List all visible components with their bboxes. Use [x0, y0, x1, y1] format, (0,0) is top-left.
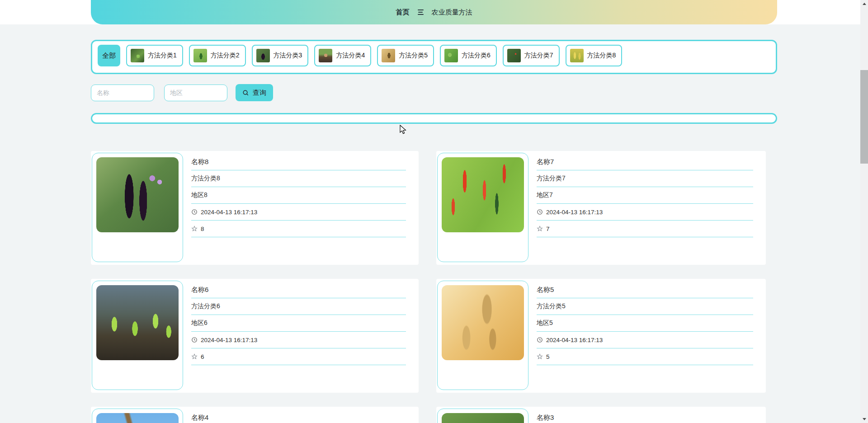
method-name-row: 名称7 — [537, 154, 753, 170]
scroll-down-icon[interactable] — [860, 415, 868, 423]
method-name: 名称3 — [537, 414, 554, 422]
nav-item-home[interactable]: 首页 — [396, 8, 410, 17]
category-tab[interactable]: 方法分类4 — [314, 45, 371, 66]
method-category-row: 方法分类7 — [537, 170, 753, 187]
method-photo — [442, 285, 524, 360]
category-thumbnail-image — [256, 49, 270, 62]
category-tab-label: 方法分类1 — [148, 52, 177, 60]
method-category: 方法分类8 — [191, 174, 220, 183]
method-name: 名称4 — [191, 414, 208, 422]
method-stars: 6 — [201, 353, 204, 360]
star-icon — [191, 353, 198, 360]
method-photo-frame — [437, 409, 528, 423]
method-card[interactable]: 名称5 方法分类5 地区5 2024-04-13 — [436, 279, 766, 393]
method-card[interactable]: 名称8 方法分类8 地区8 2024-04-13 — [91, 151, 419, 265]
category-tab-list: 方法分类1 方法分类2 方法分类3 方法分类4 — [126, 45, 622, 66]
method-photo — [442, 157, 524, 232]
method-card-info: 名称8 方法分类8 地区8 2024-04-13 — [183, 151, 419, 265]
method-stars-row: 8 — [191, 221, 406, 237]
method-photo-frame — [92, 281, 183, 390]
category-thumbnail-image — [570, 49, 584, 62]
method-time-row: 2024-04-13 16:17:13 — [537, 332, 753, 348]
category-tab[interactable]: 方法分类2 — [189, 45, 246, 66]
method-photo — [96, 157, 179, 232]
category-filter-bar: 全部 方法分类1 方法分类2 方法分类3 — [91, 40, 777, 74]
method-time-row: 2024-04-13 16:17:13 — [191, 204, 406, 221]
method-region: 地区6 — [191, 319, 208, 327]
menu-list-icon — [418, 9, 424, 15]
collapsed-panel-bar[interactable] — [91, 113, 777, 124]
query-button[interactable]: 查询 — [236, 84, 273, 101]
category-tab[interactable]: 方法分类3 — [252, 45, 309, 66]
search-row: 查询 — [91, 84, 777, 101]
category-tab[interactable]: 方法分类1 — [126, 45, 183, 66]
method-region-row: 地区6 — [191, 315, 406, 332]
category-tab-label: 方法分类3 — [274, 52, 302, 60]
method-category-row: 方法分类5 — [537, 298, 753, 315]
method-name-row: 名称8 — [191, 154, 406, 170]
method-time: 2024-04-13 16:17:13 — [546, 337, 603, 343]
category-thumbnail-image — [507, 49, 521, 62]
clock-icon — [537, 209, 543, 215]
method-region: 地区8 — [191, 191, 208, 199]
scrollbar-thumb[interactable] — [860, 70, 868, 164]
method-card-info: 名称4 方法分类4 地区4 2024-04-13 — [183, 407, 419, 423]
category-tab[interactable]: 方法分类7 — [503, 45, 560, 66]
category-tab[interactable]: 方法分类8 — [566, 45, 623, 66]
nav-item-methods[interactable]: 农业质量方法 — [432, 8, 472, 17]
method-card[interactable]: 名称3 方法分类3 地区3 2024-04-13 — [436, 407, 766, 423]
method-card-info: 名称7 方法分类7 地区7 2024-04-13 — [528, 151, 766, 265]
method-time-row: 2024-04-13 16:17:13 — [191, 332, 406, 348]
category-tab-label: 方法分类4 — [336, 52, 365, 60]
search-icon — [242, 89, 249, 96]
method-category-row: 方法分类6 — [191, 298, 406, 315]
method-card-grid: 名称8 方法分类8 地区8 2024-04-13 — [91, 151, 777, 423]
name-search-input[interactable] — [91, 85, 154, 101]
method-stars-row: 5 — [537, 348, 753, 365]
method-card-info: 名称3 方法分类3 地区3 2024-04-13 — [528, 407, 766, 423]
method-photo — [96, 285, 179, 360]
method-photo — [442, 413, 524, 423]
method-card[interactable]: 名称7 方法分类7 地区7 2024-04-13 — [436, 151, 766, 265]
method-region-row: 地区8 — [191, 187, 406, 204]
scroll-up-icon[interactable] — [860, 0, 868, 8]
category-thumbnail-image — [131, 49, 144, 62]
method-time: 2024-04-13 16:17:13 — [546, 209, 603, 216]
method-photo-frame — [437, 281, 528, 390]
method-region-row: 地区7 — [537, 187, 753, 204]
clock-icon — [191, 209, 198, 215]
method-card-info: 名称6 方法分类6 地区6 2024-04-13 — [183, 279, 419, 393]
category-tab[interactable]: 方法分类5 — [377, 45, 434, 66]
category-tab-label: 方法分类6 — [462, 52, 491, 60]
method-card[interactable]: 名称6 方法分类6 地区6 2024-04-13 — [91, 279, 419, 393]
category-tab-all[interactable]: 全部 — [98, 45, 120, 66]
method-stars: 7 — [546, 226, 550, 232]
category-tab-label: 方法分类5 — [399, 52, 428, 60]
clock-icon — [537, 337, 543, 343]
region-search-input[interactable] — [164, 85, 227, 101]
category-tab-label: 方法分类7 — [524, 52, 553, 60]
method-stars: 5 — [546, 353, 550, 360]
method-name: 名称7 — [537, 158, 554, 166]
method-name-row: 名称5 — [537, 282, 753, 298]
method-card[interactable]: 名称4 方法分类4 地区4 2024-04-13 — [91, 407, 419, 423]
method-photo — [96, 413, 179, 423]
star-icon — [537, 353, 543, 360]
method-name-row: 名称6 — [191, 282, 406, 298]
method-region: 地区5 — [537, 319, 553, 327]
method-name: 名称5 — [537, 286, 554, 294]
method-name: 名称6 — [191, 286, 208, 294]
query-button-label: 查询 — [253, 89, 266, 97]
method-category: 方法分类6 — [191, 302, 220, 310]
vertical-scrollbar[interactable] — [860, 0, 868, 423]
category-thumbnail-image — [382, 49, 395, 62]
method-stars: 8 — [201, 226, 204, 232]
category-thumbnail-image — [319, 49, 332, 62]
category-thumbnail-image — [444, 49, 458, 62]
method-name: 名称8 — [191, 158, 208, 166]
method-time-row: 2024-04-13 16:17:13 — [537, 204, 753, 221]
category-tab-label: 方法分类8 — [587, 52, 616, 60]
category-tab[interactable]: 方法分类6 — [440, 45, 497, 66]
method-photo-frame — [437, 153, 528, 262]
method-category-row: 方法分类8 — [191, 170, 406, 187]
